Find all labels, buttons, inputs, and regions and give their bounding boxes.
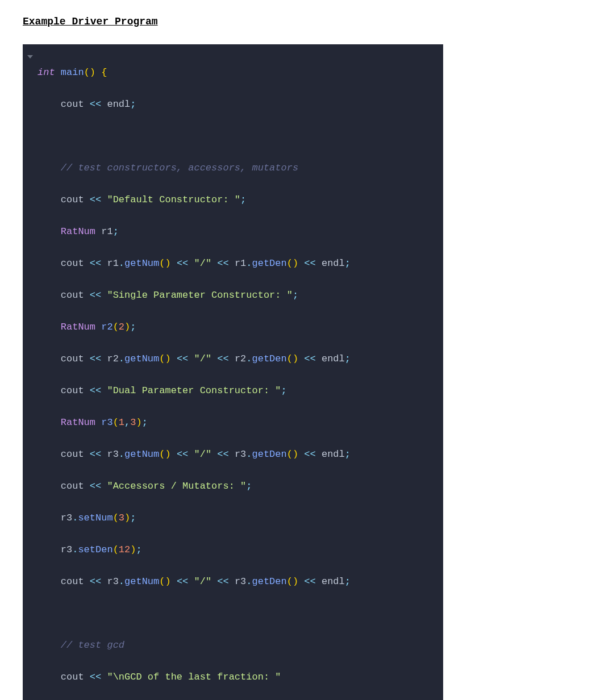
code-line: RatNum r3(1,3); xyxy=(37,415,433,431)
code-line: cout << endl; xyxy=(37,97,433,113)
blank-line xyxy=(37,606,433,622)
gutter xyxy=(23,49,37,700)
code-line: r3.setNum(3); xyxy=(37,510,433,526)
code-line: cout << r1.getNum() << "/" << r1.getDen(… xyxy=(37,256,433,272)
code-line: // test gcd xyxy=(37,638,433,653)
fold-chevron-icon[interactable] xyxy=(26,55,32,60)
code-area: int main() { cout << endl; // test const… xyxy=(37,49,443,700)
code-line: // test constructors, accessors, mutator… xyxy=(37,160,433,176)
code-line: cout << "Accessors / Mutators: "; xyxy=(37,478,433,494)
code-line: r3.setDen(12); xyxy=(37,542,433,558)
section-heading: Example Driver Program xyxy=(23,16,569,27)
code-line: cout << r3.getNum() << "/" << r3.getDen(… xyxy=(37,574,433,590)
code-line: cout << "Default Constructor: "; xyxy=(37,192,433,208)
code-line: RatNum r1; xyxy=(37,224,433,240)
code-line: cout << "\nGCD of the last fraction: " xyxy=(37,669,433,685)
code-line: cout << r2.getNum() << "/" << r2.getDen(… xyxy=(37,351,433,367)
code-line: RatNum r2(2); xyxy=(37,319,433,335)
code-line: cout << "Dual Parameter Constructor: "; xyxy=(37,383,433,399)
code-editor: int main() { cout << endl; // test const… xyxy=(23,44,443,700)
code-line: int main() { xyxy=(37,65,433,81)
blank-line xyxy=(37,128,433,144)
code-line: cout << r3.getNum() << "/" << r3.getDen(… xyxy=(37,447,433,463)
code-line: cout << "Single Parameter Constructor: "… xyxy=(37,288,433,303)
